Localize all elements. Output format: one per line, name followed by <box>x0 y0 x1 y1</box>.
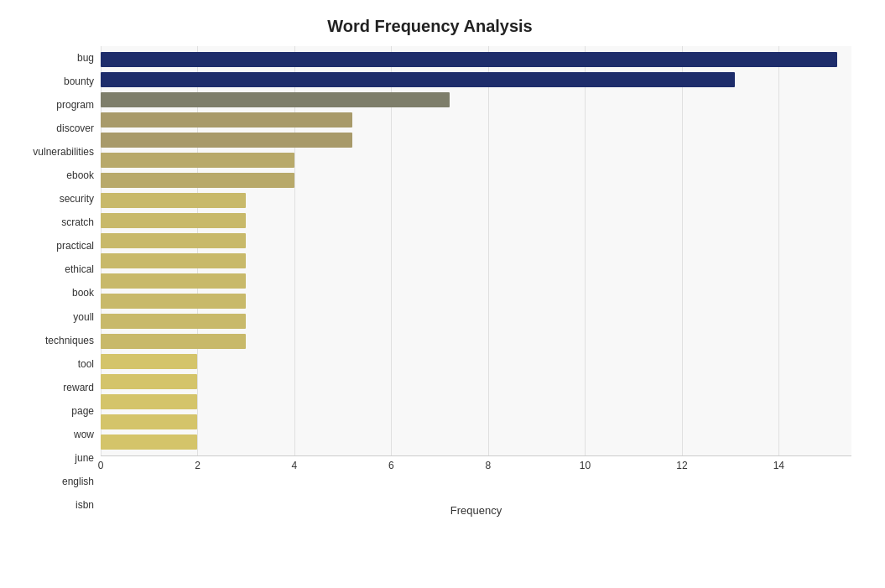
bar-row <box>101 232 851 250</box>
y-label: june <box>75 453 94 463</box>
bar <box>101 374 197 389</box>
y-label: youll <box>73 312 94 322</box>
x-tick: 8 <box>486 460 492 471</box>
y-label: ebook <box>66 170 94 180</box>
bar-row <box>101 211 851 230</box>
x-tick: 0 <box>98 460 104 471</box>
bar <box>101 173 294 188</box>
bar-row <box>101 413 851 431</box>
y-label: isbn <box>75 500 94 510</box>
x-tick: 4 <box>292 460 298 471</box>
y-label: program <box>56 100 94 110</box>
chart-area: bugbountyprogramdiscovervulnerabilitiese… <box>8 46 851 517</box>
bar <box>101 72 735 87</box>
y-label: ethical <box>65 264 94 274</box>
bar <box>101 253 246 268</box>
bar-row <box>101 70 851 89</box>
bar-row <box>101 151 851 169</box>
y-label: english <box>62 476 94 487</box>
x-tick: 10 <box>580 460 591 471</box>
x-tick: 2 <box>195 460 200 471</box>
x-axis-label: Frequency <box>101 504 851 517</box>
bar-row <box>101 191 851 210</box>
x-axis: 02468101214 <box>101 455 851 489</box>
bar <box>101 52 837 67</box>
bar <box>101 334 246 349</box>
bar-row <box>101 433 851 451</box>
y-label: practical <box>56 241 94 251</box>
bar <box>101 133 352 148</box>
bar <box>101 92 450 107</box>
bar <box>101 112 352 127</box>
bar <box>101 233 246 248</box>
y-label: page <box>71 406 94 416</box>
y-label: book <box>72 288 94 298</box>
bar-row <box>101 111 851 129</box>
bar-row <box>101 252 851 270</box>
y-label: discover <box>56 123 94 133</box>
y-label: techniques <box>45 336 94 346</box>
bar-row <box>101 393 851 411</box>
bar-row <box>101 50 851 69</box>
bars-area <box>101 46 851 455</box>
y-label: bounty <box>64 76 94 86</box>
bar-row <box>101 292 851 310</box>
bar-row <box>101 352 851 371</box>
bar-row <box>101 131 851 149</box>
y-label: wow <box>74 429 94 440</box>
y-label: reward <box>63 382 94 393</box>
bar-row <box>101 372 851 391</box>
bar <box>101 354 197 369</box>
bar-row <box>101 91 851 109</box>
y-label: vulnerabilities <box>33 147 94 157</box>
x-tick: 12 <box>676 460 687 471</box>
bar <box>101 394 197 409</box>
bar <box>101 434 197 450</box>
y-label: security <box>60 194 94 204</box>
y-label: scratch <box>61 217 94 227</box>
y-label: bug <box>77 53 94 63</box>
y-label: tool <box>78 359 94 369</box>
bar-row <box>101 332 851 351</box>
bars-wrapper <box>101 46 851 455</box>
x-tick: 6 <box>388 460 394 471</box>
bar-row <box>101 171 851 190</box>
bar <box>101 273 246 289</box>
bar-row <box>101 272 851 290</box>
x-tick: 14 <box>773 460 784 471</box>
bar <box>101 294 246 309</box>
bar <box>101 314 246 329</box>
bar <box>101 213 246 228</box>
chart-container: Word Frequency Analysis bugbountyprogram… <box>0 0 885 588</box>
bar <box>101 193 246 208</box>
chart-title: Word Frequency Analysis <box>8 17 851 36</box>
bar-row <box>101 312 851 330</box>
y-axis: bugbountyprogramdiscovervulnerabilitiese… <box>8 46 101 517</box>
bar <box>101 414 197 429</box>
bars-and-xaxis: 02468101214 Frequency <box>101 46 851 517</box>
bar <box>101 153 294 168</box>
